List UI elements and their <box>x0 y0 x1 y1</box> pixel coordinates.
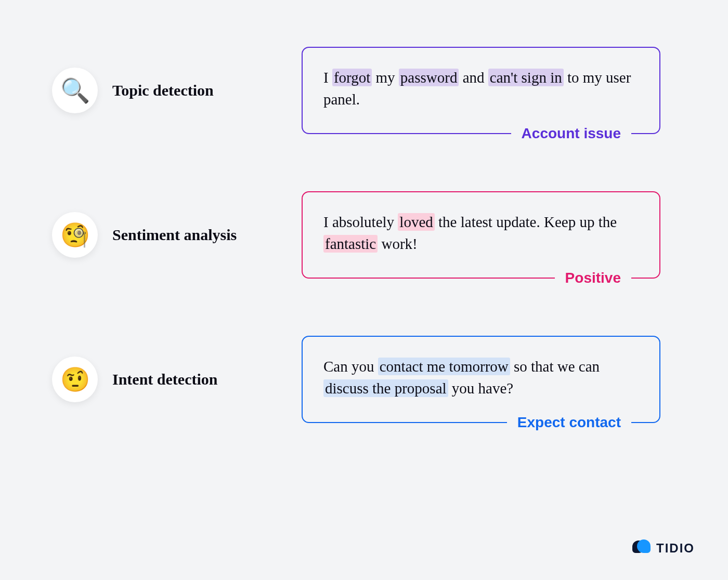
example-text: Can you contact me tomorrow so that we c… <box>323 355 639 399</box>
row-label: Sentiment analysis <box>112 226 237 244</box>
highlighted-phrase: fantastic <box>323 235 378 253</box>
magnifier-icon: 🔍 <box>52 68 98 113</box>
highlighted-phrase: forgot <box>332 69 372 86</box>
example-text: I forgot my password and can't sign in t… <box>323 67 639 110</box>
brand-logo: TIDIO <box>632 539 695 557</box>
raised-eyebrow-face-icon: 🤨 <box>52 357 98 402</box>
label-group: 🧐 Sentiment analysis <box>52 212 302 258</box>
example-text: I absolutely loved the latest update. Ke… <box>323 211 639 255</box>
highlighted-phrase: loved <box>398 213 434 231</box>
highlighted-phrase: password <box>399 69 459 86</box>
result-tag: Account issue <box>511 125 631 142</box>
tidio-mark-icon <box>632 539 650 557</box>
highlighted-phrase: can't sign in <box>488 69 564 86</box>
example-card-intent: Can you contact me tomorrow so that we c… <box>302 336 660 423</box>
example-card-topic: I forgot my password and can't sign in t… <box>302 47 660 134</box>
highlighted-phrase: discuss the proposal <box>323 379 448 397</box>
row-topic-detection: 🔍 Topic detection I forgot my password a… <box>52 47 660 134</box>
label-group: 🤨 Intent detection <box>52 357 302 402</box>
result-tag: Expect contact <box>507 414 631 431</box>
label-group: 🔍 Topic detection <box>52 68 302 113</box>
row-label: Topic detection <box>112 82 214 99</box>
brand-text: TIDIO <box>656 541 695 556</box>
monocle-face-icon: 🧐 <box>52 212 98 258</box>
row-intent-detection: 🤨 Intent detection Can you contact me to… <box>52 336 660 423</box>
row-label: Intent detection <box>112 371 217 388</box>
result-tag: Positive <box>555 270 631 286</box>
highlighted-phrase: contact me tomorrow <box>378 358 510 375</box>
example-card-sentiment: I absolutely loved the latest update. Ke… <box>302 191 660 279</box>
row-sentiment-analysis: 🧐 Sentiment analysis I absolutely loved … <box>52 191 660 279</box>
